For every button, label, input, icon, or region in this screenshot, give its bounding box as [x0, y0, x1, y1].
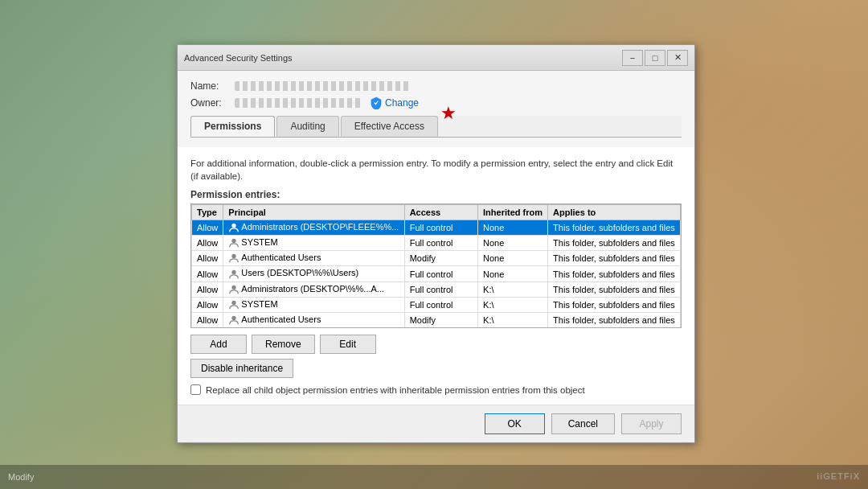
svg-point-0 — [232, 224, 236, 228]
tab-permissions[interactable]: Permissions — [190, 116, 275, 137]
dialog-footer: OK Cancel Apply — [178, 405, 694, 442]
owner-row: Owner: Change — [190, 97, 682, 109]
cell-inherited: K:\ — [478, 312, 548, 327]
info-text: For additional information, double-click… — [190, 157, 682, 183]
svg-point-5 — [232, 301, 236, 305]
checkbox-row: Replace all child object permission entr… — [190, 384, 682, 395]
cell-type: Allow — [192, 220, 223, 236]
change-label: Change — [385, 97, 419, 109]
cell-inherited: K:\ — [478, 281, 548, 297]
tab-auditing[interactable]: Auditing — [276, 116, 338, 137]
cell-principal: Users (DESKTOP\%%\Users) — [223, 327, 404, 328]
cell-applies: This folder, subfolders and files — [548, 281, 681, 297]
table-header-row: Type Principal Access Inherited from App… — [192, 205, 681, 220]
owner-label: Owner: — [190, 97, 235, 109]
cell-type: Allow — [192, 312, 223, 327]
cell-applies: This folder, subfolders and files — [548, 297, 681, 312]
table-row[interactable]: Allow Administrators (DESKTOP\%%...A... … — [192, 281, 681, 297]
table-row[interactable]: Allow SYSTEM Full control None This fold… — [192, 236, 681, 251]
cancel-button[interactable]: Cancel — [551, 413, 615, 434]
table-row[interactable]: Allow Users (DESKTOP\%%\Users) Read & ex… — [192, 327, 681, 328]
close-button[interactable]: ✕ — [667, 50, 688, 66]
col-access: Access — [404, 205, 477, 220]
cell-access: Full control — [404, 266, 477, 281]
cell-inherited: None — [478, 236, 548, 251]
cell-principal: Administrators (DESKTOP\%%...A... — [223, 281, 404, 297]
cell-principal: Authenticated Users — [223, 251, 404, 266]
change-owner-link[interactable]: Change — [370, 97, 419, 109]
edit-button[interactable]: Edit — [320, 335, 376, 354]
name-label: Name: — [190, 80, 235, 92]
cell-access: Full control — [404, 297, 477, 312]
table-row[interactable]: Allow SYSTEM Full control K:\ This folde… — [192, 297, 681, 312]
tabs-bar: Permissions Auditing Effective Access — [190, 116, 682, 138]
cell-type: Allow — [192, 251, 223, 266]
ok-button[interactable]: OK — [485, 413, 545, 434]
owner-value — [235, 98, 363, 108]
restore-button[interactable]: □ — [645, 50, 665, 66]
cell-inherited: None — [478, 220, 548, 236]
cell-inherited: K:\ — [478, 327, 548, 328]
cell-principal: SYSTEM — [223, 297, 404, 312]
svg-point-2 — [232, 254, 236, 258]
cell-access: Modify — [404, 251, 477, 266]
tab-effective-access[interactable]: Effective Access — [341, 116, 438, 137]
svg-point-6 — [232, 316, 236, 320]
disable-inheritance-button[interactable]: Disable inheritance — [190, 359, 293, 378]
apply-button[interactable]: Apply — [621, 413, 682, 434]
cell-applies: This folder, subfolders and files — [548, 251, 681, 266]
cell-access: Full control — [404, 281, 477, 297]
title-bar: Advanced Security Settings − □ ✕ — [178, 45, 694, 71]
cell-access: Read & execute — [404, 327, 477, 328]
cell-access: Full control — [404, 236, 477, 251]
cell-type: Allow — [192, 297, 223, 312]
cell-applies: This folder, subfolders and files — [548, 327, 681, 328]
table-row[interactable]: Allow Authenticated Users Modify None Th… — [192, 251, 681, 266]
col-applies: Applies to — [548, 205, 681, 220]
cell-access: Full control — [404, 220, 477, 236]
cell-principal: Administrators (DESKTOP\FLEEE%%... — [223, 220, 404, 236]
cell-access: Modify — [404, 312, 477, 327]
cell-applies: This folder, subfolders and files — [548, 266, 681, 281]
add-button[interactable]: Add — [190, 335, 247, 354]
cell-applies: This folder, subfolders and files — [548, 220, 681, 236]
title-bar-buttons: − □ ✕ — [622, 50, 688, 66]
cell-inherited: None — [478, 266, 548, 281]
replace-permissions-checkbox[interactable] — [190, 384, 201, 395]
cell-inherited: None — [478, 251, 548, 266]
cell-type: Allow — [192, 281, 223, 297]
section-label: Permission entries: — [190, 189, 682, 200]
svg-point-1 — [232, 239, 236, 243]
table-row[interactable]: Allow Administrators (DESKTOP\FLEEE%%...… — [192, 220, 681, 236]
security-settings-dialog: Advanced Security Settings − □ ✕ Name: O… — [177, 44, 695, 443]
remove-button[interactable]: Remove — [252, 335, 315, 354]
table-row[interactable]: Allow Users (DESKTOP\%%\Users) Full cont… — [192, 266, 681, 281]
table-row[interactable]: Allow Authenticated Users Modify K:\ Thi… — [192, 312, 681, 327]
cell-principal: SYSTEM — [223, 236, 404, 251]
title-bar-text: Advanced Security Settings — [184, 53, 622, 63]
col-type: Type — [192, 205, 223, 220]
permissions-table: Type Principal Access Inherited from App… — [191, 204, 681, 328]
cell-applies: This folder, subfolders and files — [548, 312, 681, 327]
cell-applies: This folder, subfolders and files — [548, 236, 681, 251]
dialog-content: Name: Owner: Change Permissions Auditing… — [178, 71, 694, 147]
action-buttons-row: Add Remove Edit — [190, 335, 682, 354]
cell-type: Allow — [192, 236, 223, 251]
name-value — [235, 81, 411, 91]
cell-principal: Users (DESKTOP\%%\Users) — [223, 266, 404, 281]
cell-inherited: K:\ — [478, 297, 548, 312]
svg-point-4 — [232, 285, 236, 289]
col-principal: Principal — [223, 205, 404, 220]
minimize-button[interactable]: − — [622, 50, 643, 66]
taskbar-text: Modify — [8, 472, 34, 482]
checkbox-label: Replace all child object permission entr… — [206, 385, 585, 395]
col-inherited: Inherited from — [478, 205, 548, 220]
name-row: Name: — [190, 80, 682, 92]
taskbar-hint: Modify — [0, 465, 868, 489]
cell-type: Allow — [192, 266, 223, 281]
cell-type: Allow — [192, 327, 223, 328]
cell-principal: Authenticated Users — [223, 312, 404, 327]
shield-icon — [370, 97, 383, 109]
svg-point-3 — [232, 269, 236, 273]
main-area: For additional information, double-click… — [178, 147, 694, 405]
